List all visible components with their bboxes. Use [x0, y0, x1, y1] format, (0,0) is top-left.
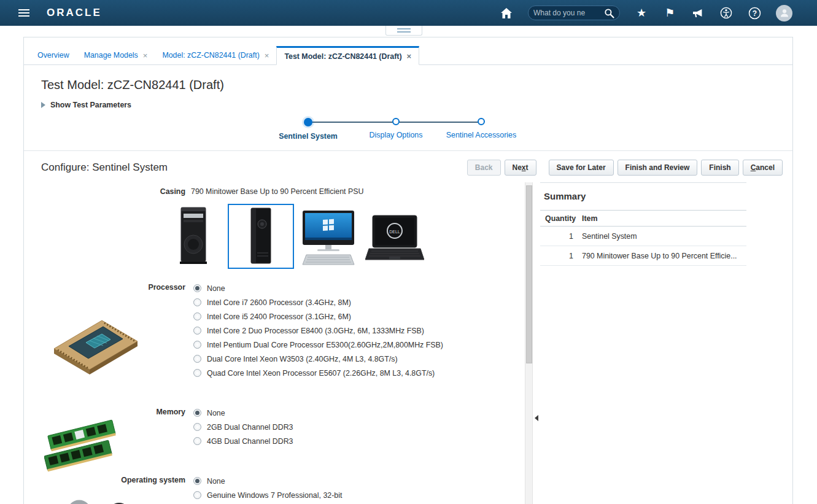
radio-option[interactable]: Intel Core i5 2400 Processor (3.1GHz, 6M… [193, 309, 443, 324]
collapse-arrow-icon[interactable] [535, 415, 538, 421]
button-label: Ne [513, 163, 522, 172]
home-button[interactable] [500, 6, 513, 20]
summary-item: 790 Minitower Base Up to 90 Percent Effi… [577, 252, 746, 260]
scrollbar-thumb[interactable] [526, 185, 532, 363]
radio-option[interactable]: None [193, 474, 342, 488]
hamburger-menu-button[interactable] [18, 7, 29, 18]
user-avatar[interactable] [776, 5, 792, 21]
accessibility-button[interactable] [719, 6, 733, 20]
radio-label[interactable]: Intel Core 2 Duo Processor E8400 (3.0GHz… [207, 327, 424, 335]
laptop-image: DELL [365, 214, 424, 265]
radio-button[interactable] [193, 312, 201, 320]
casing-option-slim-tower-selected[interactable] [228, 204, 294, 269]
global-search[interactable] [528, 6, 620, 20]
radio-option[interactable]: None [193, 281, 443, 295]
quantity-column-header: Quantity [540, 214, 577, 223]
help-button[interactable]: ? [748, 6, 761, 20]
header-actions: ★ ⚑ ? [500, 0, 792, 26]
casing-option-laptop[interactable]: DELL [365, 214, 424, 266]
radio-label[interactable]: None [207, 477, 225, 486]
casing-selected-value: 790 Minitower Base Up to 90 Percent Effi… [191, 187, 363, 196]
tab-label: Manage Models [84, 51, 138, 60]
radio-label[interactable]: None [207, 409, 225, 417]
radio-button[interactable] [193, 341, 201, 349]
train-step-label: Display Options [347, 131, 445, 139]
button-accesskey: C [751, 163, 756, 172]
finish-button[interactable]: Finish [701, 160, 738, 176]
radio-option[interactable]: Quad Core Intel Xeon Processor E5607 (2.… [193, 366, 443, 380]
panel-splitter[interactable] [533, 182, 540, 504]
save-for-later-button[interactable]: Save for Later [549, 160, 614, 176]
grip-line-icon [397, 28, 411, 29]
processor-options: None Intel Core i7 2600 Processor (3.4GH… [193, 281, 443, 380]
radio-option[interactable]: 4GB Dual Channel DDR3 [193, 434, 293, 448]
os-options: None Genuine Windows 7 Professional, 32-… [193, 474, 342, 502]
radio-button[interactable] [193, 369, 201, 377]
ram-image [44, 413, 120, 474]
memory-options: None 2GB Dual Channel DDR3 4GB Dual Chan… [193, 406, 293, 448]
favorites-button[interactable]: ★ [635, 6, 648, 20]
radio-label[interactable]: 2GB Dual Channel DDR3 [207, 423, 293, 432]
button-label: ancel [756, 163, 775, 172]
button-accesskey: x [522, 163, 526, 172]
question-icon: ? [748, 7, 761, 20]
radio-button[interactable] [193, 423, 201, 431]
casing-option-minitower[interactable] [176, 206, 211, 267]
close-icon[interactable]: × [265, 52, 269, 60]
radio-option[interactable]: Intel Core i7 2600 Processor (3.4GHz, 8M… [193, 295, 443, 309]
radio-button[interactable] [193, 355, 201, 363]
train-step-display-options[interactable]: Display Options [347, 118, 445, 139]
slim-tower-image [229, 206, 293, 267]
radio-button[interactable] [193, 491, 201, 499]
radio-button[interactable] [193, 409, 201, 417]
announcements-button[interactable] [691, 6, 705, 20]
back-button[interactable]: Back [467, 160, 501, 176]
tab-test-model-draft[interactable]: Test Model: zCZ-CN82441 (Draft) × [276, 46, 419, 65]
progress-train: Sentinel System Display Options Sentinel… [24, 118, 792, 150]
configure-heading: Configure: Sentinel System [41, 161, 168, 174]
tab-label: Model: zCZ-CN82441 (Draft) [162, 51, 259, 60]
close-icon[interactable]: × [143, 52, 148, 60]
radio-button[interactable] [193, 327, 201, 335]
all-in-one-image [299, 209, 358, 267]
train-step-sentinel-system[interactable]: Sentinel System [259, 118, 357, 141]
radio-option[interactable]: Intel Core 2 Duo Processor E8400 (3.0GHz… [193, 324, 443, 338]
radio-label[interactable]: Quad Core Intel Xeon Processor E5607 (2.… [207, 369, 435, 378]
tab-manage-models[interactable]: Manage Models × [77, 46, 155, 64]
radio-label[interactable]: Dual Core Intel Xeon W3503 (2.40GHz, 4M … [207, 355, 398, 363]
radio-option[interactable]: Genuine Windows 7 Professional, 32-bit [193, 488, 342, 502]
radio-label[interactable]: Intel Core i7 2600 Processor (3.4GHz, 8M… [207, 298, 351, 307]
page-title: Test Model: zCZ-CN82441 (Draft) [41, 78, 224, 92]
radio-label[interactable]: None [207, 284, 225, 293]
hamburger-icon [18, 12, 29, 14]
cpu-image [48, 311, 140, 378]
content-scrollbar[interactable] [525, 182, 533, 504]
watchlist-button[interactable]: ⚑ [663, 6, 676, 20]
radio-option[interactable]: 2GB Dual Channel DDR3 [193, 420, 293, 434]
radio-label[interactable]: Intel Pentium Dual Core Processor E5300(… [207, 341, 443, 349]
show-test-parameters-toggle[interactable]: Show Test Parameters [41, 101, 131, 109]
train-step-sentinel-accessories[interactable]: Sentinel Accessories [432, 118, 530, 139]
radio-button[interactable] [193, 298, 201, 306]
next-button[interactable]: Next [505, 160, 536, 176]
radio-button[interactable] [193, 284, 201, 292]
radio-label[interactable]: Intel Core i5 2400 Processor (3.1GHz, 6M… [207, 312, 351, 321]
radio-option[interactable]: Dual Core Intel Xeon W3503 (2.40GHz, 4M … [193, 352, 443, 366]
finish-and-review-button[interactable]: Finish and Review [618, 160, 698, 176]
casing-option-all-in-one[interactable] [299, 209, 358, 269]
tab-overview[interactable]: Overview [30, 46, 77, 64]
radio-label[interactable]: Genuine Windows 7 Professional, 32-bit [207, 491, 342, 500]
radio-button[interactable] [193, 437, 201, 445]
cancel-button[interactable]: Cancel [743, 160, 783, 176]
radio-option[interactable]: None [193, 406, 293, 420]
tab-model-draft[interactable]: Model: zCZ-CN82441 (Draft) × [155, 46, 276, 64]
header-collapse-handle[interactable] [385, 26, 422, 36]
laptop-logo-text: DELL [389, 230, 400, 234]
tab-label: Test Model: zCZ-CN82441 (Draft) [284, 52, 401, 61]
radio-button[interactable] [193, 477, 201, 485]
radio-label[interactable]: 4GB Dual Channel DDR3 [207, 437, 293, 446]
search-input[interactable] [533, 9, 604, 17]
radio-option[interactable]: Intel Pentium Dual Core Processor E5300(… [193, 338, 443, 352]
close-icon[interactable]: × [407, 52, 412, 60]
search-icon[interactable] [604, 8, 614, 18]
